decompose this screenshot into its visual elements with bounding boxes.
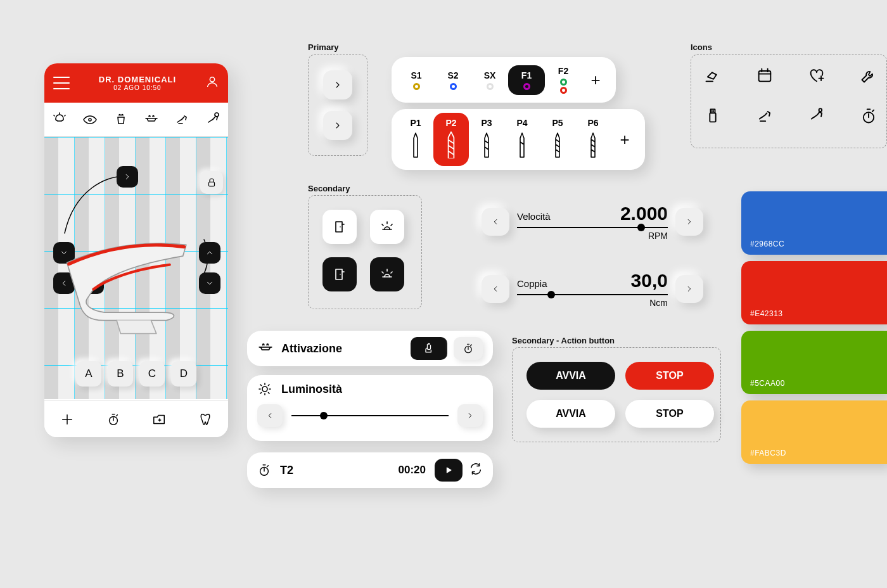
svg-rect-11 (336, 269, 342, 279)
speed-decrease[interactable] (482, 208, 509, 236)
timer-value: 00:20 (399, 464, 426, 476)
primary-label: Primary (308, 42, 338, 52)
tooth-icon[interactable] (198, 412, 212, 426)
svg-point-1 (89, 118, 91, 121)
door-tile[interactable] (322, 210, 357, 244)
preset-p1[interactable]: P1 (398, 113, 433, 166)
preset-sx[interactable]: SX (471, 65, 508, 95)
loop-button[interactable] (469, 462, 483, 478)
stopwatch-icon-2 (257, 463, 271, 477)
action-label: Secondary - Action button (512, 336, 615, 345)
brightness-label: Luminosità (281, 383, 342, 396)
brightness-increase[interactable] (457, 404, 483, 427)
preset-p3[interactable]: P3 (469, 113, 504, 166)
svg-point-0 (210, 77, 214, 82)
swatch-yellow: #FABC3D (741, 400, 887, 464)
next-arrow-button[interactable] (323, 70, 352, 99)
svg-point-8 (819, 108, 822, 112)
svg-rect-7 (710, 113, 715, 122)
timer-name: T2 (280, 464, 293, 477)
hamburger-icon[interactable] (53, 77, 70, 89)
torque-slider: Coppia30,0 Ncm (482, 270, 703, 308)
preset-bar-s: S1 S2 SX F1 F2 + (392, 57, 616, 103)
secondary-frame (308, 195, 422, 309)
plus-icon[interactable] (60, 412, 74, 426)
svg-rect-3 (209, 182, 215, 186)
action-frame: AVVIA STOP AVVIA STOP (512, 347, 721, 442)
timer-mode-toggle[interactable] (454, 337, 483, 360)
svg-rect-5 (759, 71, 771, 81)
activation-panel: Attivazione (247, 331, 493, 366)
preset-bar-p: P1 P2 P3 P4 P5 P6 + (392, 109, 645, 170)
usb-icon (704, 107, 722, 125)
spittoon-icon-2 (257, 340, 274, 357)
calendar-icon (756, 67, 774, 84)
speed-track[interactable] (517, 227, 668, 228)
manual-mode-toggle[interactable] (411, 337, 447, 360)
torque-track[interactable] (517, 294, 668, 295)
position-b[interactable]: B (108, 361, 133, 387)
light-icon[interactable] (52, 112, 67, 127)
svg-point-14 (262, 387, 267, 392)
secondary-label: Secondary (308, 184, 350, 193)
svg-rect-10 (336, 222, 342, 232)
stop-button-red[interactable]: STOP (625, 362, 714, 390)
start-button-dark[interactable]: AVVIA (526, 362, 615, 390)
brightness-track[interactable] (291, 415, 449, 416)
position-a[interactable]: A (76, 361, 101, 387)
date-time: 02 AGO 10:50 (99, 84, 176, 91)
sun-icon (257, 381, 272, 397)
preset-p2[interactable]: P2 (433, 113, 469, 166)
chair-move-icon (756, 107, 774, 125)
phone-mock: DR. DOMENICALI 02 AGO 10:50 (44, 63, 228, 437)
chair-assist-icon (808, 107, 826, 125)
svg-point-12 (428, 343, 430, 345)
brightness-panel: Luminosità (247, 375, 493, 441)
speed-slider: Velocità2.000 RPM (482, 203, 703, 241)
visibility-icon[interactable] (82, 112, 98, 127)
chair-reset-icon[interactable] (205, 112, 220, 127)
position-c[interactable]: C (139, 361, 165, 387)
cup-icon[interactable] (113, 112, 129, 127)
doctor-name: DR. DOMENICALI (99, 75, 176, 84)
sunrise-tile[interactable] (370, 210, 404, 244)
timer-panel: T2 00:20 (247, 452, 493, 488)
header-title: DR. DOMENICALI 02 AGO 10:50 (99, 75, 176, 91)
preset-p6[interactable]: P6 (575, 113, 611, 166)
preset-f1[interactable]: F1 (508, 65, 545, 95)
door-tile-active[interactable] (322, 257, 357, 291)
swatch-blue: #2968CC (741, 191, 887, 255)
torque-increase[interactable] (675, 275, 703, 303)
lock-button[interactable] (200, 171, 223, 194)
add-preset-s[interactable]: + (582, 70, 609, 90)
preset-f2[interactable]: F2 (545, 61, 582, 99)
next-arrow-button-2[interactable] (323, 111, 352, 140)
torque-decrease[interactable] (482, 275, 509, 303)
chair-rinse-icon[interactable] (174, 112, 189, 127)
primary-arrows-frame (308, 54, 367, 156)
preset-p5[interactable]: P5 (540, 113, 575, 166)
speed-increase[interactable] (675, 208, 703, 236)
preset-s2[interactable]: S2 (435, 65, 471, 95)
stop-button-white[interactable]: STOP (625, 400, 714, 428)
folder-icon[interactable] (152, 412, 166, 426)
backrest-up-button[interactable] (117, 166, 138, 188)
dental-chair-icon (57, 226, 203, 340)
add-preset-p[interactable]: + (611, 130, 639, 150)
stopwatch-icon[interactable] (106, 412, 120, 426)
phone-header: DR. DOMENICALI 02 AGO 10:50 (44, 63, 228, 103)
spittoon-icon[interactable] (144, 112, 159, 127)
stopwatch-small-icon (860, 107, 877, 125)
activation-label: Attivazione (281, 342, 342, 355)
position-d[interactable]: D (171, 361, 196, 387)
start-button-white[interactable]: AVVIA (526, 400, 615, 428)
preset-p4[interactable]: P4 (504, 113, 540, 166)
brightness-decrease[interactable] (257, 404, 283, 427)
play-button[interactable] (435, 459, 463, 482)
preset-s1[interactable]: S1 (398, 65, 435, 95)
wrench-icon (860, 67, 877, 84)
profile-icon[interactable] (205, 75, 219, 91)
sunrise-tile-active[interactable] (370, 257, 404, 291)
bottom-nav (44, 400, 228, 437)
heart-plus-icon (808, 67, 826, 84)
